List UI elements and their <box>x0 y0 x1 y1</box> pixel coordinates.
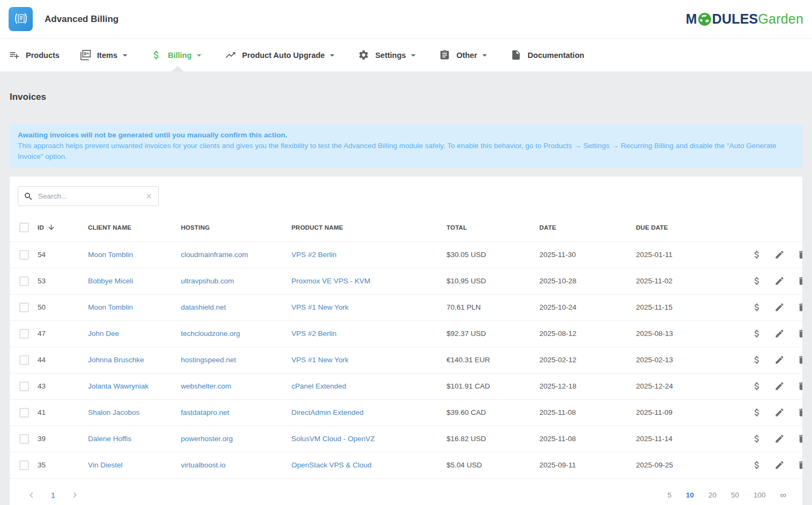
search-input[interactable] <box>38 192 145 200</box>
product-name-link[interactable]: Proxmox VE VPS - KVM <box>291 277 370 285</box>
delete-button[interactable] <box>797 434 802 444</box>
invoice-dollar-button[interactable] <box>752 434 762 444</box>
edit-button[interactable] <box>774 355 785 365</box>
column-header-hosting[interactable]: HOSTING <box>181 214 291 241</box>
client-name-link[interactable]: Vin Diestel <box>88 461 122 469</box>
hosting-link[interactable]: fastdatapro.net <box>181 408 229 416</box>
hosting-link[interactable]: hostingspeed.net <box>181 356 236 364</box>
hosting-link[interactable]: techcloudzone.org <box>181 330 240 338</box>
invoice-dollar-button[interactable] <box>752 276 762 286</box>
row-checkbox[interactable] <box>19 434 29 444</box>
product-name-link[interactable]: VPS #1 New York <box>291 303 349 311</box>
invoice-dollar-button[interactable] <box>752 355 762 365</box>
hosting-link[interactable]: powerhoster.org <box>181 435 233 443</box>
nav-item-other[interactable]: Other <box>439 39 490 71</box>
delete-button[interactable] <box>797 407 802 418</box>
nav-item-items[interactable]: 9+Items <box>80 39 130 71</box>
column-header-product-name[interactable]: PRODUCT NAME <box>291 214 447 241</box>
nav-item-settings[interactable]: Settings <box>358 39 419 71</box>
row-checkbox[interactable] <box>19 329 29 339</box>
product-name-link[interactable]: SolusVM Cloud - OpenVZ <box>291 435 375 443</box>
client-name-link[interactable]: Dalene Hoffis <box>88 435 131 443</box>
delete-button[interactable] <box>797 250 802 260</box>
page-size-10[interactable]: 10 <box>686 491 694 499</box>
hosting-link[interactable]: webshelter.com <box>181 382 231 390</box>
invoice-dollar-button[interactable] <box>752 381 762 391</box>
column-header-due-date[interactable]: DUE DATE <box>636 214 740 241</box>
items-9plus-icon: 9+ <box>80 49 91 61</box>
billing-document-icon <box>10 9 32 30</box>
nav-item-documentation[interactable]: Documentation <box>510 39 584 71</box>
chevron-right-icon[interactable] <box>69 489 81 501</box>
column-header-client-name[interactable]: CLIENT NAME <box>88 214 181 241</box>
invoice-dollar-button[interactable] <box>752 328 762 339</box>
edit-button[interactable] <box>774 407 785 418</box>
product-name-link[interactable]: DirectAdmin Extended <box>291 408 363 416</box>
edit-button[interactable] <box>774 434 785 444</box>
row-checkbox[interactable] <box>19 355 29 365</box>
client-name-link[interactable]: John Dee <box>88 330 119 338</box>
modulesgarden-logo: M DULES Garden <box>686 11 803 27</box>
hosting-link[interactable]: ultravpshub.com <box>181 277 234 285</box>
cell-due-date: 2025-11-14 <box>636 426 740 452</box>
product-name-link[interactable]: VPS #1 New York <box>291 356 349 364</box>
invoice-dollar-button[interactable] <box>752 302 762 312</box>
page-size-20[interactable]: 20 <box>708 491 716 499</box>
client-name-link[interactable]: Shalon Jacobos <box>88 408 140 416</box>
delete-button[interactable] <box>797 328 802 339</box>
client-name-link[interactable]: Johnna Bruschke <box>88 356 144 364</box>
row-checkbox[interactable] <box>19 382 29 391</box>
row-checkbox[interactable] <box>19 408 29 418</box>
chevron-left-icon[interactable] <box>26 489 37 501</box>
nav-item-billing[interactable]: Billing <box>151 39 204 71</box>
client-name-link[interactable]: Bobbye Miceli <box>88 277 133 285</box>
invoice-dollar-button[interactable] <box>752 460 762 470</box>
row-checkbox[interactable] <box>19 276 29 286</box>
delete-button[interactable] <box>797 302 802 312</box>
table-row: 41Shalon Jacobosfastdatapro.netDirectAdm… <box>10 399 802 426</box>
product-name-link[interactable]: OpenStack VPS & Cloud <box>291 461 371 469</box>
edit-button[interactable] <box>774 250 785 260</box>
client-name-link[interactable]: Moon Tomblin <box>88 303 133 311</box>
cell-total: $5.04 USD <box>447 452 539 478</box>
delete-button[interactable] <box>797 355 802 365</box>
delete-button[interactable] <box>797 460 802 470</box>
row-checkbox[interactable] <box>19 250 29 260</box>
delete-button[interactable] <box>797 276 802 286</box>
column-header-id[interactable]: ID <box>38 214 88 241</box>
cell-date: 2025-11-30 <box>539 241 636 268</box>
edit-button[interactable] <box>774 276 785 286</box>
page-number[interactable]: 1 <box>51 491 55 500</box>
edit-button[interactable] <box>774 328 785 339</box>
delete-button[interactable] <box>797 381 802 391</box>
page-size-infinity[interactable]: ∞ <box>780 491 786 500</box>
select-all-checkbox[interactable] <box>19 223 29 232</box>
edit-button[interactable] <box>774 381 785 391</box>
edit-button[interactable] <box>774 302 785 312</box>
hosting-link[interactable]: virtualboost.io <box>181 461 225 469</box>
client-name-link[interactable]: Moon Tomblin <box>88 251 133 259</box>
invoice-dollar-button[interactable] <box>752 407 762 418</box>
page-size-5[interactable]: 5 <box>667 491 671 499</box>
table-row: 44Johnna Bruschkehostingspeed.netVPS #1 … <box>10 347 802 373</box>
page-size-50[interactable]: 50 <box>731 491 739 499</box>
nav-item-label: Items <box>97 51 118 60</box>
column-header-date[interactable]: DATE <box>539 214 636 241</box>
hosting-link[interactable]: cloudmainframe.com <box>181 251 248 259</box>
close-icon[interactable] <box>145 192 153 200</box>
product-name-link[interactable]: VPS #2 Berlin <box>291 330 336 338</box>
edit-button[interactable] <box>774 460 785 470</box>
product-name-link[interactable]: cPanel Extended <box>291 382 346 390</box>
row-checkbox[interactable] <box>19 303 29 312</box>
page-size-100[interactable]: 100 <box>754 491 766 499</box>
nav-item-product-auto-upgrade[interactable]: Product Auto Upgrade <box>225 39 338 71</box>
column-header-total[interactable]: TOTAL <box>447 214 539 241</box>
table-header-row: ID CLIENT NAME HOSTING PRODUCT NAME TOTA… <box>10 214 802 241</box>
hosting-link[interactable]: datashield.net <box>181 303 226 311</box>
nav-item-products[interactable]: Products <box>9 39 60 71</box>
invoice-dollar-button[interactable] <box>752 250 762 260</box>
product-name-link[interactable]: VPS #2 Berlin <box>291 251 336 259</box>
row-checkbox[interactable] <box>19 460 29 470</box>
client-name-link[interactable]: Jolanta Wawryniak <box>88 382 149 390</box>
app-title: Advanced Billing <box>45 14 119 25</box>
